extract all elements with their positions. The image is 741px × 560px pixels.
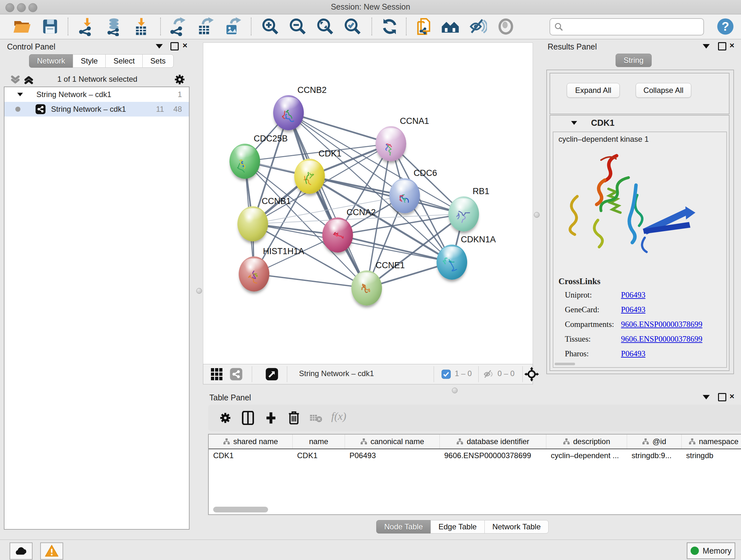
network-node-rb1[interactable]: [448, 196, 479, 232]
control-panel-float-icon[interactable]: [171, 42, 179, 51]
table-panel-float-icon[interactable]: [718, 393, 726, 401]
tab-network-table[interactable]: Network Table: [484, 520, 549, 534]
open-file-icon[interactable]: [13, 17, 31, 36]
column-header-database-identifier[interactable]: database identifier: [440, 435, 546, 449]
table-horizontal-scrollbar-thumb[interactable]: [213, 507, 268, 512]
warning-status-button[interactable]: [40, 543, 63, 560]
function-builder-icon[interactable]: f(x): [331, 410, 346, 422]
column-header-description[interactable]: description: [546, 435, 627, 449]
network-node-cdc6[interactable]: [389, 178, 420, 213]
collapse-all-button[interactable]: Collapse All: [636, 83, 691, 98]
home-icon[interactable]: [441, 17, 460, 36]
birdseye-view-icon[interactable]: [265, 368, 279, 381]
selected-checkbox-icon[interactable]: [441, 369, 451, 379]
import-network-from-database-icon[interactable]: [105, 17, 123, 36]
column-header-namespace[interactable]: namespace: [682, 435, 741, 449]
crosslink-value-link[interactable]: P06493: [621, 305, 645, 314]
tab-select[interactable]: Select: [105, 54, 143, 68]
network-node-ccna2[interactable]: [322, 217, 353, 253]
network-node-hist1h1a[interactable]: [239, 256, 269, 292]
network-node-cdkn1a[interactable]: [436, 245, 467, 280]
export-network-icon[interactable]: [169, 17, 187, 36]
grid-view-icon[interactable]: [211, 368, 223, 380]
results-panel-menu-icon[interactable]: [703, 44, 710, 49]
network-edge[interactable]: [310, 176, 464, 214]
table-cell[interactable]: stringdb:9...: [627, 449, 681, 462]
tab-string[interactable]: String: [616, 54, 652, 67]
network-node-ccne1[interactable]: [351, 270, 382, 306]
show-panel-icon[interactable]: [496, 17, 515, 36]
help-icon[interactable]: ?: [716, 17, 735, 36]
network-node-cdc25b[interactable]: [229, 144, 260, 179]
network-view-canvas[interactable]: CCNB2CCNA1CDC25BCDK1CDC6RB1CCNB1CCNA2CDK…: [203, 43, 533, 365]
tab-sets[interactable]: Sets: [142, 54, 174, 68]
expand-all-button[interactable]: Expand All: [567, 83, 620, 98]
vertical-splitter-handle[interactable]: [196, 288, 202, 294]
control-panel-close-icon[interactable]: ×: [183, 41, 187, 50]
update-view-icon[interactable]: [381, 17, 399, 36]
show-columns-icon[interactable]: [241, 411, 255, 425]
zoom-in-icon[interactable]: [261, 17, 280, 36]
collection-expander-icon[interactable]: [17, 92, 23, 96]
network-node-ccna1[interactable]: [376, 126, 406, 161]
hide-unhide-icon[interactable]: [468, 17, 487, 36]
tab-network[interactable]: Network: [29, 54, 73, 68]
table-cell[interactable]: P06493: [345, 449, 440, 462]
network-view-icon[interactable]: [229, 368, 243, 381]
column-header-name[interactable]: name: [293, 435, 345, 449]
table-cell[interactable]: CDK1: [293, 449, 345, 462]
network-edge[interactable]: [288, 113, 367, 288]
node-table[interactable]: shared namenamecanonical namedatabase id…: [208, 434, 741, 515]
table-cell[interactable]: cyclin–dependent ...: [546, 449, 627, 462]
column-header-shared-name[interactable]: shared name: [209, 435, 293, 449]
network-node-ccnb2[interactable]: [273, 95, 304, 130]
network-edge[interactable]: [254, 274, 367, 288]
table-cell[interactable]: CDK1: [209, 449, 292, 462]
zoom-selected-icon[interactable]: [343, 17, 362, 36]
delete-table-icon[interactable]: [310, 414, 322, 423]
search-input[interactable]: [567, 20, 699, 33]
memory-button[interactable]: Memory: [687, 543, 735, 559]
gene-section-expander-icon[interactable]: [571, 121, 577, 125]
column-type-icon: [563, 438, 570, 445]
export-image-icon[interactable]: [223, 17, 242, 36]
import-network-from-file-icon[interactable]: [77, 17, 96, 36]
column-header--id[interactable]: @id: [627, 435, 682, 449]
network-collection-row[interactable]: String Network – cdk1 1: [4, 87, 189, 102]
export-table-icon[interactable]: [196, 17, 214, 36]
clone-network-icon[interactable]: [415, 17, 433, 36]
table-cell[interactable]: 9606.ENSP00000378699: [440, 449, 546, 462]
table-panel-close-icon[interactable]: ×: [730, 392, 734, 400]
network-node-ccnb1[interactable]: [238, 206, 268, 241]
crosslink-value-link[interactable]: P06493: [621, 291, 645, 300]
delete-column-icon[interactable]: [287, 410, 300, 425]
crosslink-value-link[interactable]: 9606.ENSP00000378699: [621, 320, 702, 329]
add-column-icon[interactable]: [264, 411, 278, 425]
crosslink-value-link[interactable]: 9606.ENSP00000378699: [621, 334, 702, 344]
network-edges: [203, 43, 533, 364]
horizontal-scrollbar-thumb[interactable]: [555, 363, 575, 365]
network-node-cdk1[interactable]: [294, 159, 325, 194]
column-header-canonical-name[interactable]: canonical name: [345, 435, 440, 449]
table-cell[interactable]: stringdb: [682, 449, 741, 462]
cloud-status-button[interactable]: [10, 543, 32, 560]
network-row-selected[interactable]: String Network – cdk1 11 48: [4, 102, 189, 117]
table-gear-icon[interactable]: [219, 412, 232, 424]
search-field[interactable]: [549, 18, 704, 36]
expand-all-icon[interactable]: [23, 75, 35, 85]
gear-icon[interactable]: [174, 73, 186, 85]
collapse-all-icon[interactable]: [10, 75, 21, 85]
table-panel-menu-icon[interactable]: [703, 395, 710, 399]
results-panel-float-icon[interactable]: [718, 42, 726, 51]
tab-edge-table[interactable]: Edge Table: [430, 520, 485, 534]
tab-node-table[interactable]: Node Table: [376, 520, 431, 534]
results-panel-close-icon[interactable]: ×: [730, 41, 734, 50]
crosslink-value-link[interactable]: P06493: [621, 349, 645, 358]
zoom-out-icon[interactable]: [288, 17, 307, 36]
zoom-fit-icon[interactable]: [316, 17, 334, 36]
tab-style[interactable]: Style: [73, 54, 106, 68]
network-edge[interactable]: [288, 113, 391, 144]
control-panel-menu-icon[interactable]: [156, 44, 163, 49]
save-session-icon[interactable]: [41, 17, 59, 36]
import-table-from-file-icon[interactable]: [132, 17, 151, 36]
